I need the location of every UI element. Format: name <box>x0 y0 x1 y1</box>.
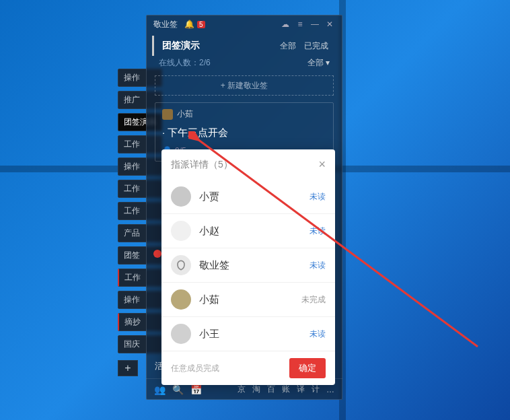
member-status: 未读 <box>309 260 326 271</box>
member-list: 小贾未读小赵未读敬业签未读小茹未完成小王未读 <box>161 180 335 351</box>
chip-acct[interactable]: 账 <box>282 384 290 395</box>
popup-footer-label: 任意成员完成 <box>171 363 283 374</box>
confirm-button[interactable]: 确定 <box>289 358 326 378</box>
chip-tb[interactable]: 淘 <box>252 384 260 395</box>
online-count: 在线人数：2/6 <box>159 57 211 69</box>
member-row[interactable]: 小赵未读 <box>161 213 335 248</box>
chip-jd[interactable]: 京 <box>238 384 246 395</box>
member-row[interactable]: 小茹未完成 <box>161 282 335 316</box>
chip-more[interactable]: … <box>326 385 334 394</box>
member-name: 小王 <box>199 328 301 341</box>
add-tag-button[interactable]: + <box>118 360 138 376</box>
filter-dropdown[interactable]: 全部 ▾ <box>307 57 330 69</box>
calendar-icon[interactable]: 📅 <box>190 384 202 395</box>
notification-badge: 5 <box>197 21 205 28</box>
author-name: 小茹 <box>177 108 193 120</box>
note-title: · 下午三点开会 <box>162 127 326 139</box>
online-row: 在线人数：2/6 全部 ▾ <box>147 56 342 73</box>
member-avatar <box>171 221 191 241</box>
sync-icon[interactable]: ☁ <box>280 19 291 30</box>
tab-all[interactable]: 全部 <box>280 40 296 52</box>
member-avatar <box>171 289 191 310</box>
member-avatar <box>171 186 191 207</box>
tab-done[interactable]: 已完成 <box>304 40 328 52</box>
close-icon[interactable]: ✕ <box>324 19 335 30</box>
app-title: 敬业签 <box>153 19 178 30</box>
notification-icon[interactable]: 🔔 <box>184 20 194 29</box>
member-row[interactable]: 敬业签未读 <box>161 248 335 282</box>
member-status: 未读 <box>309 328 326 340</box>
member-avatar <box>171 255 191 275</box>
member-name: 小赵 <box>199 225 301 238</box>
search-icon[interactable]: 🔍 <box>172 384 184 395</box>
author-avatar <box>162 109 173 120</box>
member-name: 小贾 <box>199 190 301 203</box>
contacts-icon[interactable]: 👥 <box>154 384 166 395</box>
section-header: 团签演示 全部 已完成 <box>152 36 336 56</box>
new-note-button[interactable]: + 新建敬业签 <box>155 75 334 96</box>
member-avatar <box>171 324 191 344</box>
chip-trans[interactable]: 译 <box>297 384 305 395</box>
member-status: 未读 <box>309 225 326 237</box>
chip-calc[interactable]: 计 <box>312 384 320 395</box>
menu-icon[interactable]: ≡ <box>295 19 305 30</box>
minimize-icon[interactable]: — <box>309 19 320 30</box>
member-row[interactable]: 小贾未读 <box>161 180 335 213</box>
popup-title: 指派详情（5） <box>171 159 233 171</box>
member-status: 未读 <box>309 191 326 203</box>
member-name: 敬业签 <box>199 259 301 272</box>
assign-detail-popup: 指派详情（5） × 小贾未读小赵未读敬业签未读小茹未完成小王未读 任意成员完成 … <box>161 149 335 385</box>
member-name: 小茹 <box>199 293 293 306</box>
titlebar: 敬业签 🔔 5 ☁ ≡ — ✕ <box>147 15 342 33</box>
popup-close-icon[interactable]: × <box>318 158 326 172</box>
section-title: 团签演示 <box>162 40 200 52</box>
member-status: 未完成 <box>301 294 326 306</box>
member-row[interactable]: 小王未读 <box>161 316 335 351</box>
chip-bd[interactable]: 百 <box>267 384 275 395</box>
